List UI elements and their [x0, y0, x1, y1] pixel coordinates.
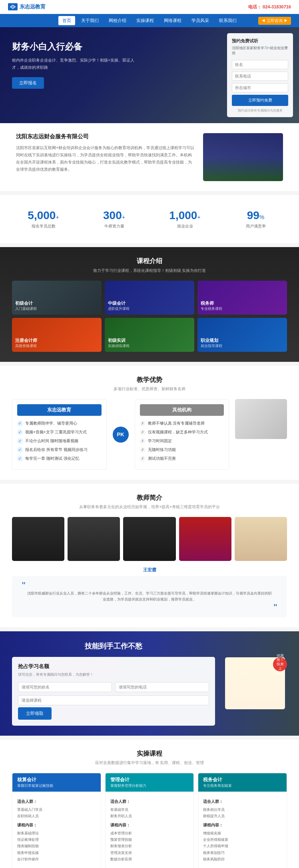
practical-col-sub-2: 专注税务筹划核算: [203, 783, 282, 788]
course-card-bg-3: 注册会计师 高级资格课程: [12, 318, 102, 352]
teacher-card-1[interactable]: [68, 517, 120, 561]
course-card-title-5: 职业规划: [201, 337, 222, 343]
hero-subtitle-line2: 才，成就你的求职路: [12, 64, 215, 71]
courses-title: 课程介绍: [12, 257, 287, 265]
advantage-subtitle: 多项行业标准、优质师资、新鲜财务名师: [12, 386, 287, 392]
advantage-title: 教学优势: [12, 376, 287, 384]
stat-companies: 1,000+ 就业企业: [150, 205, 220, 233]
adv-right-text-2: 学习时间固定: [148, 438, 172, 444]
course-card-4[interactable]: 初级实训 实操训练课程: [105, 318, 194, 352]
about-section: 沈阳东志远财会服务有限公司 沈阳市区首家以互联网+财会培训和企业会计服务为核心的…: [0, 123, 299, 191]
adv-left-text-4: 每学完一章 随时测试 强化记忆: [25, 456, 80, 461]
nav-item-contact[interactable]: 联系我们: [215, 16, 241, 25]
skills-form-title: 抢占学习名额: [18, 663, 209, 670]
adv-right-icon-3: ✗: [140, 447, 146, 453]
quote-mark-left: ": [22, 580, 26, 591]
stat-students-label: 报名学员总数: [12, 223, 75, 229]
advantage-col-right: 其他机构 ✗ 教师不够认真 没有专属辅导老师 ✗ 仅有视频课程，缺乏多种学习方式…: [135, 399, 229, 470]
practical-audience-title-1: 适合人群：: [110, 799, 189, 804]
practical-content-items-2: 增值税实操 企业所得税核算 个人所得税申报 税务筹划技巧 税务风险防控: [203, 830, 282, 862]
adv-left-text-1: 视频+音频+文字 三重巩固学习方式: [25, 429, 87, 435]
courses-section: 课程介绍 致力于学习行业课程，系统化课程指导！初级初级 实操为你打造 初级会计 …: [0, 247, 299, 362]
course-card-bg-2: 税务师 专业税务课程: [197, 281, 287, 315]
adv-right-text-1: 仅有视频课程，缺乏多种学习方式: [148, 429, 208, 435]
teacher-card-4[interactable]: [235, 517, 287, 561]
practical-col-title-1: 管理会计: [110, 776, 189, 783]
skills-form-submit-button[interactable]: 立即领取: [18, 707, 52, 720]
practical-col-body-2: 适合人群： 税务岗位学员 财税提升人员 课程内容： 增值税实操 企业所得税核算 …: [198, 792, 287, 866]
practical-content-items-1: 成本管理分析 预算管理技能 财务报表分析 管理决策支持 数据分析应用: [110, 830, 189, 862]
adv-left-text-0: 专属教师陪伴学、辅导更用心: [25, 421, 77, 426]
course-card-sub-3: 高级资格课程: [15, 343, 37, 349]
practical-audience-items-0: 零基础入门学员 在职转岗人员: [17, 806, 96, 819]
skills-form-course-input[interactable]: [18, 695, 209, 705]
course-card-3[interactable]: 注册会计师 高级资格课程: [12, 318, 102, 352]
course-card-0[interactable]: 初级会计 入门基础课程: [12, 281, 102, 315]
teachers-subtitle: 从事职务有着多元化的从业经历如常规，培养+提高+考核三维度培育学员的平台: [12, 504, 287, 510]
adv-left-item-4: ✓ 每学完一章 随时测试 强化记忆: [17, 456, 102, 461]
skills-left: 技能到手工作不愁 抢占学习名额 填写信息，将有专属顾问与您联系，为您解答！ 立即…: [12, 641, 215, 726]
header: 东志远教育 电话： 024-31830716: [0, 0, 299, 14]
adv-right-text-4: 测试功能不完善: [148, 456, 176, 461]
hero-form-title: 预约免费试听: [232, 38, 288, 44]
nav-item-about[interactable]: 关于我们: [77, 16, 103, 25]
stat-teachers: 300+ 牛师资力量: [79, 205, 150, 233]
teacher-card-2[interactable]: [123, 517, 175, 561]
courses-subtitle: 致力于学习行业课程，系统化课程指导！初级初级 实操为你打造: [12, 268, 287, 273]
course-card-sub-4: 实操训练课程: [108, 343, 130, 349]
about-image: [203, 133, 283, 181]
practical-col-header-0: 核算会计 掌握日常核算记账技能: [12, 773, 101, 792]
skills-form-name-input[interactable]: [18, 682, 112, 692]
consult-button[interactable]: ◀ 立即咨询 ▶: [258, 17, 291, 25]
stat-students: 5,000+ 报名学员总数: [8, 205, 79, 233]
stat-companies-number: 1,000+: [153, 209, 216, 222]
adv-left-item-1: ✓ 视频+音频+文字 三重巩固学习方式: [17, 429, 102, 435]
skills-section: 技能到手工作不愁 抢占学习名额 填写信息，将有专属顾问与您联系，为您解答！ 立即…: [0, 631, 299, 736]
nav-item-students[interactable]: 学员风采: [187, 16, 213, 25]
nav-item-home[interactable]: 首页: [58, 16, 75, 25]
adv-left-item-0: ✓ 专属教师陪伴学、辅导更用心: [17, 421, 102, 426]
stat-teachers-number: 300+: [83, 209, 146, 222]
course-card-title-4: 初级实训: [108, 337, 130, 343]
course-card-sub-1: 进阶提升课程: [108, 306, 130, 311]
teachers-row: [12, 517, 287, 561]
course-card-bg-0: 初级会计 入门基础课程: [12, 281, 102, 315]
courses-grid: 初级会计 入门基础课程 中级会计 进阶提升课程 税务师 专业税务课程: [12, 281, 287, 352]
nav-item-online[interactable]: 网校介绍: [105, 16, 130, 25]
teacher-name: 王宏霞: [12, 567, 287, 573]
practical-col-title-2: 税务会计: [203, 776, 282, 783]
adv-left-icon-3: ✓: [17, 447, 23, 453]
course-card-2[interactable]: 税务师 专业税务课程: [197, 281, 287, 315]
skills-badge: 优惠 抢！快来上学！: [273, 657, 287, 671]
nav-item-practical[interactable]: 实操课程: [132, 16, 158, 25]
about-content: 沈阳东志远财会服务有限公司 沈阳市区首家以互联网+财会培训和企业会计服务为核心的…: [16, 133, 195, 173]
practical-audience-items-1: 有基础学员 财务升职人员: [110, 806, 189, 819]
practical-title: 实操课程: [12, 750, 287, 758]
hero-form-phone-input[interactable]: [232, 72, 288, 81]
practical-audience-title-0: 适合人群：: [17, 799, 96, 804]
course-card-title-0: 初级会计: [15, 300, 37, 306]
skills-form-subtitle: 填写信息，将有专属顾问与您联系，为您解答！: [18, 672, 209, 677]
teacher-card-3[interactable]: [179, 517, 231, 561]
adv-left-icon-2: ✓: [17, 438, 23, 444]
course-card-5[interactable]: 职业规划 就业指导课程: [197, 318, 287, 352]
hero-form-note: 预约成功将有专属顾问为您服务: [232, 108, 288, 113]
nav-item-network[interactable]: 网络课程: [160, 16, 185, 25]
skills-form-phone-input[interactable]: [115, 682, 209, 692]
practical-content-title-1: 课程内容：: [110, 822, 189, 828]
course-card-1[interactable]: 中级会计 进阶提升课程: [105, 281, 194, 315]
navigation: 首页 关于我们 网校介绍 实操课程 网络课程 学员风采 联系我们 ◀ 立即咨询 …: [0, 14, 299, 27]
teacher-card-0[interactable]: [12, 517, 64, 561]
hero-form-city-input[interactable]: [232, 83, 288, 92]
adv-right-item-1: ✗ 仅有视频课程，缺乏多种学习方式: [140, 429, 224, 435]
hero-form-submit-button[interactable]: 立即预约免费: [232, 95, 288, 106]
skills-form-row-1: [18, 682, 209, 692]
hero-cta-button[interactable]: 立即报名: [12, 77, 44, 89]
hero-form-subtitle: 沈阳地区首家财务学习+就业创业费用: [232, 46, 288, 56]
advantage-section: 教学优势 多项行业标准、优质师资、新鲜财务名师 东志远教育 ✓ 专属教师陪伴学、…: [0, 366, 299, 480]
adv-left-icon-4: ✓: [17, 456, 23, 461]
practical-content-items-0: 财务基础理论 凭证账簿处理 报表编制技能 税务申报实操 会计软件操作: [17, 830, 96, 862]
adv-left-item-2: ✓ 不论什么时间 随时随地看视频: [17, 438, 102, 444]
adv-right-item-0: ✗ 教师不够认真 没有专属辅导老师: [140, 421, 224, 426]
hero-form-name-input[interactable]: [232, 60, 288, 69]
